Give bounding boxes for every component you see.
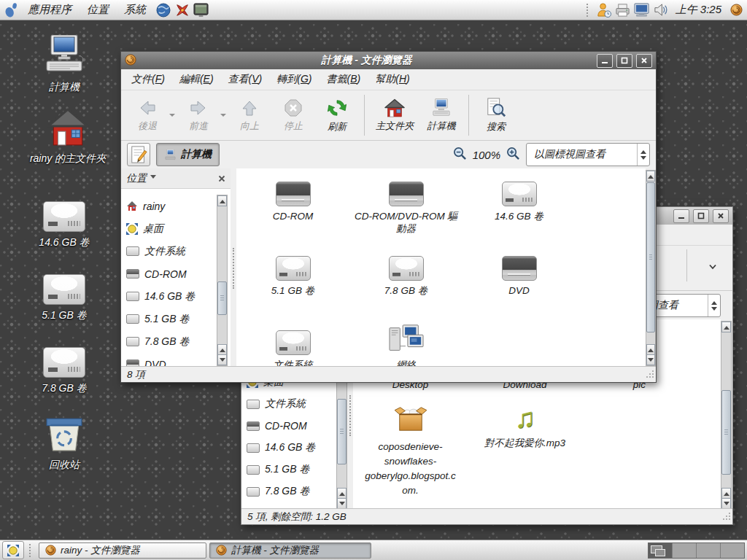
gnome-footprint-logo-icon[interactable] <box>2 1 19 18</box>
menu-go[interactable]: 轉到(G) <box>269 70 319 89</box>
workspace-2[interactable] <box>673 543 697 558</box>
scroll-up-button[interactable] <box>217 195 227 206</box>
desktop-icon-volume-7[interactable]: 7.8 GB 卷 <box>17 347 112 394</box>
applet-drag-handle[interactable] <box>29 544 34 557</box>
sidebar-item-volume-5[interactable]: 5.1 GB 卷 <box>241 459 336 481</box>
close-button[interactable] <box>713 209 729 223</box>
workspace-4[interactable] <box>721 543 744 558</box>
scroll-up-button[interactable] <box>646 171 655 182</box>
resize-grip[interactable] <box>645 369 654 381</box>
file-filesystem[interactable]: 文件系統 <box>236 317 349 368</box>
minimize-button[interactable] <box>597 54 613 68</box>
network-monitor-icon[interactable] <box>633 1 650 18</box>
file-volume-5[interactable]: 5.1 GB 卷 <box>236 243 349 317</box>
scroll-up-button[interactable] <box>337 488 347 499</box>
path-button-computer[interactable]: 計算機 <box>156 143 220 166</box>
chat-app-icon[interactable] <box>174 1 190 18</box>
sidebar-item-desktop[interactable]: 桌面 <box>121 217 217 240</box>
home-button[interactable]: 主文件夾 <box>370 96 419 135</box>
taskbar-button-rainy[interactable]: rainy - 文件瀏覽器 <box>39 542 206 559</box>
computer-button[interactable]: 計算機 <box>419 96 463 135</box>
sidebar-item-filesystem[interactable]: 文件系統 <box>241 393 336 415</box>
sidebar-item-home[interactable]: rainy <box>121 195 217 217</box>
file-volume-14[interactable]: 14.6 GB 卷 <box>462 168 576 243</box>
zoom-in-button[interactable] <box>506 147 520 163</box>
sidebar-splitter[interactable] <box>231 168 236 368</box>
scroll-up-button[interactable] <box>646 344 655 355</box>
maximize-button[interactable] <box>693 209 709 223</box>
sidebar-item-filesystem[interactable]: 文件系統 <box>121 240 217 262</box>
main-scrollbar[interactable] <box>721 321 732 510</box>
desktop-icon-volume-5[interactable]: 5.1 GB 卷 <box>17 274 112 322</box>
stop-button[interactable]: 停止 <box>271 96 315 135</box>
menu-file[interactable]: 文件(F) <box>124 70 172 89</box>
file-dvd[interactable]: DVD <box>462 243 576 317</box>
menu-help[interactable]: 幫助(H) <box>368 70 417 89</box>
scroll-down-button[interactable] <box>646 354 655 365</box>
maximize-button[interactable] <box>616 54 632 68</box>
scrollbar-thumb[interactable] <box>646 182 655 332</box>
forward-dropdown-icon[interactable] <box>220 114 226 120</box>
up-button[interactable]: 向上 <box>228 96 271 135</box>
sidebar-header[interactable]: 位置 <box>121 168 231 189</box>
taskbar-button-computer[interactable]: 計算機 - 文件瀏覽器 <box>209 542 371 559</box>
search-button[interactable]: 搜索 <box>474 96 518 136</box>
sidebar-item-volume-14[interactable]: 14.6 GB 卷 <box>241 437 336 459</box>
scroll-up-button[interactable] <box>217 344 227 355</box>
sidebar-item-volume-7[interactable]: 7.8 GB 卷 <box>241 481 336 502</box>
sidebar-item-volume-14[interactable]: 14.6 GB 卷 <box>121 285 217 308</box>
scroll-down-button[interactable] <box>721 498 731 509</box>
file-volume-7[interactable]: 7.8 GB 卷 <box>349 243 462 317</box>
scrollbar-thumb[interactable] <box>337 399 347 464</box>
menu-edit[interactable]: 編輯(E) <box>172 70 221 89</box>
scroll-up-button[interactable] <box>721 322 731 332</box>
edit-location-button[interactable] <box>127 143 150 166</box>
volume-icon[interactable] <box>652 1 669 18</box>
file-mp3[interactable]: ♫ 對不起我愛你.mp3 <box>468 404 582 451</box>
terminal-icon[interactable] <box>193 1 209 18</box>
forward-button[interactable]: 前進 <box>177 96 220 135</box>
workspace-1[interactable] <box>649 543 673 558</box>
scroll-up-button[interactable] <box>721 488 731 499</box>
scrollbar-thumb[interactable] <box>721 390 731 475</box>
sidebar-item-volume-7[interactable]: 7.8 GB 卷 <box>121 330 217 353</box>
printer-icon[interactable] <box>614 1 631 18</box>
zoom-out-button[interactable] <box>453 147 467 163</box>
menu-applications[interactable]: 應用程序 <box>21 1 78 18</box>
menu-places[interactable]: 位置 <box>80 1 115 18</box>
desktop-icon-home[interactable]: rainy 的主文件夾 <box>17 108 119 165</box>
workspace-3[interactable] <box>697 543 721 558</box>
sidebar-item-cdrom[interactable]: CD-ROM <box>121 262 217 285</box>
nautilus-shell-icon[interactable] <box>728 1 745 18</box>
toolbar-overflow-chevron-icon[interactable] <box>708 261 717 272</box>
scroll-down-button[interactable] <box>337 498 347 509</box>
file-cdrom[interactable]: CD-ROM <box>236 168 349 243</box>
menu-bookmarks[interactable]: 書籤(B) <box>320 70 368 89</box>
user-switcher-icon[interactable] <box>595 1 612 18</box>
scroll-down-button[interactable] <box>217 354 227 365</box>
web-browser-icon[interactable] <box>155 1 171 18</box>
main-scrollbar[interactable] <box>646 170 656 366</box>
titlebar[interactable]: 計算機 - 文件瀏覽器 <box>121 52 656 69</box>
sidebar-item-volume-5[interactable]: 5.1 GB 卷 <box>121 308 217 330</box>
scrollbar-thumb[interactable] <box>217 281 227 315</box>
close-sidebar-icon[interactable] <box>218 175 225 182</box>
file-network[interactable]: 網絡 <box>349 317 462 368</box>
menu-view[interactable]: 查看(V) <box>221 70 270 89</box>
refresh-button[interactable]: 刷新 <box>315 96 359 136</box>
back-button[interactable]: 後退 <box>125 96 169 135</box>
view-mode-select[interactable]: 以圖標視圖查看 <box>526 143 650 166</box>
desktop-icon-volume-14[interactable]: 14.6 GB 卷 <box>17 201 112 249</box>
back-dropdown-icon[interactable] <box>169 114 175 120</box>
close-button[interactable] <box>636 54 652 68</box>
desktop-icon-trash[interactable]: 回收站 <box>17 414 112 471</box>
sidebar-scrollbar[interactable] <box>217 195 228 366</box>
sidebar-item-cdrom[interactable]: CD-ROM <box>241 415 336 437</box>
minimize-button[interactable] <box>673 209 689 223</box>
sidebar-item-dvd[interactable]: DVD <box>121 353 217 368</box>
applet-drag-handle[interactable] <box>587 4 591 17</box>
resize-grip[interactable] <box>721 511 731 523</box>
menu-system[interactable]: 系統 <box>117 1 152 18</box>
file-cdrom-dvd-drive[interactable]: CD-ROM/DVD-ROM 驅動器 <box>349 168 462 243</box>
show-desktop-button[interactable] <box>2 541 24 559</box>
